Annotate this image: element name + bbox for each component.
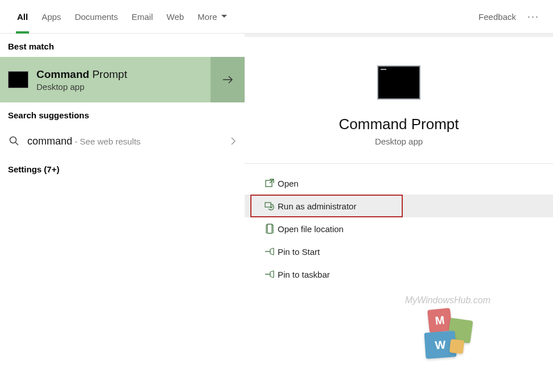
suggestions-heading: Search suggestions: [0, 102, 245, 126]
tab-more[interactable]: More: [191, 0, 234, 34]
shield-icon: [262, 201, 278, 211]
svg-rect-2: [265, 203, 271, 207]
action-label: Open: [278, 179, 299, 188]
tab-documents[interactable]: Documents: [68, 0, 125, 34]
watermark: MyWindowsHub.com M W: [405, 295, 490, 358]
chevron-right-icon: [230, 137, 237, 146]
preview-title: Command Prompt: [339, 115, 459, 133]
action-open-file-location[interactable]: Open file location: [245, 217, 553, 240]
pin-icon: [262, 270, 278, 279]
preview-subtitle: Desktop app: [375, 137, 423, 146]
tab-web[interactable]: Web: [160, 0, 191, 34]
command-prompt-icon: [8, 71, 28, 88]
tab-all[interactable]: All: [10, 0, 35, 34]
preview-panel: Command Prompt Desktop app Open Run as a…: [245, 34, 553, 392]
action-list: Open Run as administrator Open file loca…: [245, 164, 553, 286]
expand-result-button[interactable]: [211, 57, 245, 102]
open-icon: [262, 178, 278, 188]
action-run-as-administrator[interactable]: Run as administrator: [250, 195, 403, 217]
tab-apps[interactable]: Apps: [35, 0, 68, 34]
best-match-title: Command Prompt: [36, 68, 127, 81]
action-label: Pin to taskbar: [278, 270, 330, 279]
more-options-icon[interactable]: ···: [524, 11, 543, 23]
settings-heading[interactable]: Settings (7+): [0, 156, 245, 180]
action-label: Run as administrator: [278, 201, 356, 211]
results-panel: Best match Command Prompt Desktop app Se…: [0, 34, 245, 392]
chevron-down-icon: [221, 13, 228, 20]
web-suggestion[interactable]: command - See web results: [0, 126, 245, 156]
action-label: Open file location: [278, 224, 344, 234]
svg-rect-1: [266, 180, 272, 187]
action-pin-to-start[interactable]: Pin to Start: [245, 240, 553, 263]
best-match-heading: Best match: [0, 34, 245, 57]
search-scope-tabs: All Apps Documents Email Web More Feedba…: [0, 0, 553, 34]
best-match-subtitle: Desktop app: [36, 82, 127, 92]
action-pin-to-taskbar[interactable]: Pin to taskbar: [245, 263, 553, 286]
command-prompt-large-icon: [377, 65, 420, 100]
tab-email[interactable]: Email: [125, 0, 160, 34]
action-label: Pin to Start: [278, 247, 320, 257]
folder-icon: [262, 224, 278, 234]
svg-point-0: [10, 137, 16, 143]
pin-icon: [262, 247, 278, 256]
best-match-result[interactable]: Command Prompt Desktop app: [0, 57, 245, 102]
suggestion-text: command - See web results: [20, 135, 230, 147]
feedback-link[interactable]: Feedback: [471, 12, 524, 22]
search-icon: [8, 136, 20, 146]
action-open[interactable]: Open: [245, 172, 553, 195]
